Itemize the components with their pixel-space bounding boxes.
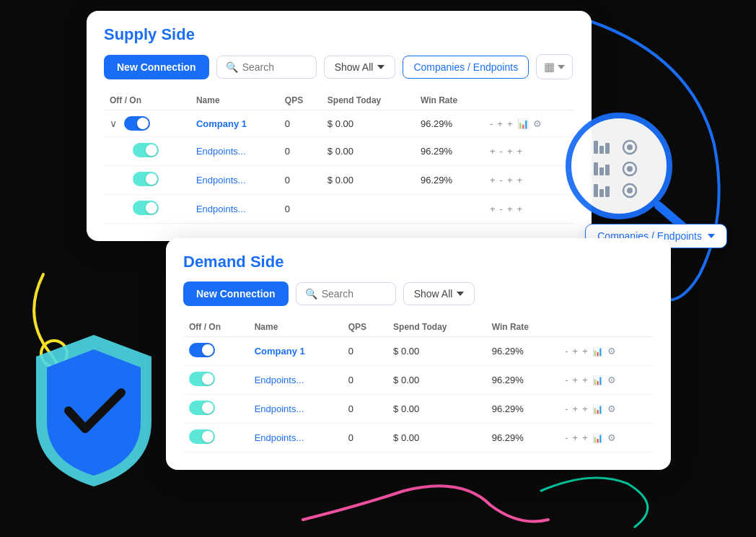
demand-toggle-company1[interactable] <box>189 343 215 357</box>
supply-plus-ep3a[interactable]: + <box>490 204 496 214</box>
demand-row-endpoint3: Endpoints... 0 $ 0.00 96.29% - + + 📊 ⚙ <box>183 424 654 453</box>
demand-new-connection-button[interactable]: New Connection <box>183 281 289 306</box>
demand-plus-ep1a[interactable]: + <box>573 375 579 385</box>
supply-row1-qps: 0 <box>279 110 322 137</box>
demand-plus-ep1b[interactable]: + <box>582 375 588 385</box>
svg-point-13 <box>627 166 633 172</box>
expand-icon[interactable]: ∨ <box>110 118 117 129</box>
svg-point-12 <box>623 162 636 175</box>
supply-new-connection-button[interactable]: New Connection <box>104 55 209 79</box>
supply-row-company1: ∨ Company 1 0 $ 0.00 96.29% - + + 📊 <box>104 110 574 137</box>
demand-gear-icon1[interactable]: ⚙ <box>607 346 616 357</box>
supply-toolbar: New Connection 🔍 Show All Companies / En… <box>104 54 574 79</box>
supply-plus-btn1[interactable]: + <box>497 118 503 129</box>
demand-bar-icon-ep2[interactable]: 📊 <box>592 404 603 414</box>
supply-company1-link[interactable]: Company 1 <box>196 118 247 129</box>
supply-companies-button[interactable]: Companies / Endpoints <box>403 56 529 79</box>
demand-gear-icon-ep3[interactable]: ⚙ <box>607 432 616 443</box>
supply-minus-ep1[interactable]: - <box>500 146 503 157</box>
demand-bar-icon1[interactable]: 📊 <box>592 346 603 357</box>
svg-rect-10 <box>599 167 604 175</box>
demand-plus-ep2b[interactable]: + <box>582 403 588 414</box>
demand-plus-ep2a[interactable]: + <box>573 403 579 414</box>
svg-rect-11 <box>605 165 610 175</box>
supply-minus-btn1[interactable]: - <box>490 118 493 129</box>
demand-plus-btn1a[interactable]: + <box>573 346 579 357</box>
demand-show-all-chevron-icon <box>457 292 464 296</box>
supply-plus-ep1a[interactable]: + <box>490 146 496 157</box>
demand-toolbar: New Connection 🔍 Show All <box>183 281 654 306</box>
demand-gear-icon-ep1[interactable]: ⚙ <box>607 375 616 385</box>
supply-plus-btn1b[interactable]: + <box>507 118 513 129</box>
demand-col-name: Name <box>249 318 343 337</box>
demand-minus-btn1[interactable]: - <box>565 346 568 357</box>
supply-plus-ep2b[interactable]: + <box>507 175 513 185</box>
demand-toggle-ep2[interactable] <box>189 401 215 415</box>
demand-plus-ep3b[interactable]: + <box>582 432 588 443</box>
supply-plus-ep3c[interactable]: + <box>517 204 523 214</box>
show-all-chevron-icon <box>377 65 384 69</box>
svg-point-7 <box>623 141 636 154</box>
demand-show-all-button[interactable]: Show All <box>403 282 475 305</box>
supply-endpoint2-link[interactable]: Endpoints... <box>196 175 246 185</box>
supply-toggle-ep3[interactable] <box>133 201 159 215</box>
demand-company1-link[interactable]: Company 1 <box>255 346 305 357</box>
svg-rect-4 <box>594 141 598 154</box>
supply-toggle-company1[interactable] <box>124 116 150 131</box>
supply-grid-view-button[interactable]: ▦ <box>536 54 573 79</box>
demand-search-input[interactable] <box>322 288 387 300</box>
supply-toggle-ep1[interactable] <box>133 143 159 157</box>
supply-toggle-ep2[interactable] <box>133 172 159 186</box>
demand-minus-ep1[interactable]: - <box>565 375 568 385</box>
supply-row-endpoint1: Endpoints... 0 $ 0.00 96.29% + - + + <box>104 137 574 166</box>
demand-gear-icon-ep2[interactable]: ⚙ <box>607 403 616 414</box>
supply-gear-icon1[interactable]: ⚙ <box>533 118 542 129</box>
demand-bar-icon-ep1[interactable]: 📊 <box>592 375 603 385</box>
svg-rect-9 <box>594 162 598 175</box>
supply-row1-winrate: 96.29% <box>415 110 484 137</box>
grid-chevron-icon <box>558 65 565 69</box>
svg-rect-5 <box>599 146 604 154</box>
supply-bar-icon1[interactable]: 📊 <box>517 118 529 129</box>
demand-endpoint2-link[interactable]: Endpoints... <box>255 403 304 414</box>
supply-plus-ep3b[interactable]: + <box>507 204 513 214</box>
supply-plus-ep1c[interactable]: + <box>517 146 523 157</box>
svg-point-18 <box>627 188 633 193</box>
supply-search-icon: 🔍 <box>226 61 238 73</box>
supply-minus-ep2[interactable]: - <box>500 175 503 185</box>
scene: Supply Side New Connection 🔍 Show All Co… <box>0 0 756 537</box>
demand-toggle-ep1[interactable] <box>189 372 215 386</box>
supply-col-actions <box>484 91 574 110</box>
supply-side-card: Supply Side New Connection 🔍 Show All Co… <box>87 11 592 241</box>
demand-endpoint1-link[interactable]: Endpoints... <box>255 375 304 385</box>
supply-endpoint1-link[interactable]: Endpoints... <box>196 146 246 157</box>
shield-decoration <box>22 328 166 494</box>
supply-show-all-button[interactable]: Show All <box>324 56 396 79</box>
demand-minus-ep3[interactable]: - <box>565 432 568 443</box>
demand-minus-ep2[interactable]: - <box>565 403 568 414</box>
companies-overlay-chevron-icon <box>708 234 715 238</box>
supply-endpoint3-link[interactable]: Endpoints... <box>196 204 246 214</box>
demand-plus-ep3a[interactable]: + <box>573 432 579 443</box>
supply-minus-ep3[interactable]: - <box>500 204 503 214</box>
svg-rect-14 <box>594 184 598 197</box>
supply-row1-name: Company 1 <box>190 110 279 137</box>
demand-endpoint3-link[interactable]: Endpoints... <box>255 432 304 443</box>
svg-point-8 <box>627 144 633 150</box>
supply-plus-ep1b[interactable]: + <box>507 146 513 157</box>
demand-col-toggle: Off / On <box>183 318 249 337</box>
demand-col-winrate: Win Rate <box>486 318 560 337</box>
supply-plus-ep2c[interactable]: + <box>517 175 523 185</box>
demand-plus-btn1b[interactable]: + <box>582 346 588 357</box>
supply-title: Supply Side <box>104 25 574 44</box>
demand-toggle-ep3[interactable] <box>189 429 215 444</box>
supply-col-qps: QPS <box>279 91 322 110</box>
svg-point-17 <box>623 184 636 197</box>
supply-row-endpoint2: Endpoints... 0 $ 0.00 96.29% + - + + <box>104 166 574 195</box>
demand-col-qps: QPS <box>343 318 387 337</box>
demand-side-card: Demand Side New Connection 🔍 Show All Of… <box>166 238 671 470</box>
supply-search-input[interactable] <box>242 61 307 73</box>
supply-row1-actions: - + + 📊 ⚙ <box>484 110 574 137</box>
demand-bar-icon-ep3[interactable]: 📊 <box>592 433 603 443</box>
supply-plus-ep2a[interactable]: + <box>490 175 496 185</box>
